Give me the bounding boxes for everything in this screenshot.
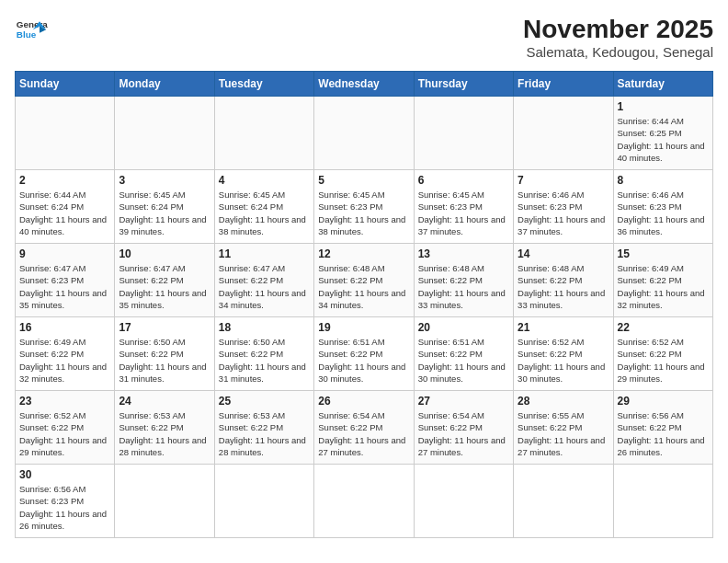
day-info: Sunrise: 6:48 AMSunset: 6:22 PMDaylight:… (418, 262, 509, 311)
day-number: 7 (518, 174, 609, 187)
calendar-cell: 28Sunrise: 6:55 AMSunset: 6:22 PMDayligh… (514, 391, 613, 465)
day-number: 8 (618, 174, 709, 187)
day-number: 9 (19, 247, 110, 260)
calendar-cell: 18Sunrise: 6:50 AMSunset: 6:22 PMDayligh… (214, 317, 313, 391)
day-number: 17 (119, 321, 210, 334)
calendar-cell: 9Sunrise: 6:47 AMSunset: 6:23 PMDaylight… (16, 244, 115, 317)
day-number: 19 (318, 321, 409, 334)
calendar-cell: 29Sunrise: 6:56 AMSunset: 6:22 PMDayligh… (613, 391, 712, 465)
calendar-cell: 16Sunrise: 6:49 AMSunset: 6:22 PMDayligh… (16, 317, 115, 391)
day-info: Sunrise: 6:53 AMSunset: 6:22 PMDaylight:… (219, 409, 310, 458)
day-info: Sunrise: 6:48 AMSunset: 6:22 PMDaylight:… (518, 262, 609, 311)
month-year-title: November 2025 (523, 15, 713, 44)
day-number: 10 (119, 247, 210, 260)
calendar-cell: 13Sunrise: 6:48 AMSunset: 6:22 PMDayligh… (414, 244, 513, 317)
calendar-cell (115, 465, 214, 538)
calendar-cell (613, 465, 712, 538)
header: General Blue November 2025 Salemata, Ked… (15, 15, 713, 60)
weekday-header-friday: Friday (514, 72, 613, 97)
calendar-cell: 3Sunrise: 6:45 AMSunset: 6:24 PMDaylight… (115, 170, 214, 244)
calendar-cell: 27Sunrise: 6:54 AMSunset: 6:22 PMDayligh… (414, 391, 513, 465)
weekday-header-saturday: Saturday (613, 72, 712, 97)
day-info: Sunrise: 6:55 AMSunset: 6:22 PMDaylight:… (518, 409, 609, 458)
title-block: November 2025 Salemata, Kedougou, Senega… (523, 15, 713, 60)
day-info: Sunrise: 6:49 AMSunset: 6:22 PMDaylight:… (19, 336, 110, 385)
day-info: Sunrise: 6:45 AMSunset: 6:23 PMDaylight:… (318, 189, 409, 237)
calendar-week-row: 9Sunrise: 6:47 AMSunset: 6:23 PMDaylight… (16, 244, 713, 317)
day-info: Sunrise: 6:52 AMSunset: 6:22 PMDaylight:… (618, 336, 709, 385)
day-info: Sunrise: 6:45 AMSunset: 6:24 PMDaylight:… (119, 189, 210, 237)
logo-icon: General Blue (15, 15, 48, 48)
calendar-cell: 6Sunrise: 6:45 AMSunset: 6:23 PMDaylight… (414, 170, 513, 244)
calendar-cell: 5Sunrise: 6:45 AMSunset: 6:23 PMDaylight… (314, 170, 414, 244)
day-info: Sunrise: 6:56 AMSunset: 6:22 PMDaylight:… (618, 409, 709, 458)
day-number: 14 (518, 247, 609, 260)
calendar-cell: 2Sunrise: 6:44 AMSunset: 6:24 PMDaylight… (16, 170, 115, 244)
calendar-cell: 17Sunrise: 6:50 AMSunset: 6:22 PMDayligh… (115, 317, 214, 391)
weekday-header-tuesday: Tuesday (214, 72, 313, 97)
weekday-header-thursday: Thursday (414, 72, 513, 97)
day-info: Sunrise: 6:52 AMSunset: 6:22 PMDaylight:… (19, 409, 110, 458)
calendar-week-row: 2Sunrise: 6:44 AMSunset: 6:24 PMDaylight… (16, 170, 713, 244)
day-info: Sunrise: 6:51 AMSunset: 6:22 PMDaylight:… (318, 336, 409, 385)
calendar-cell: 19Sunrise: 6:51 AMSunset: 6:22 PMDayligh… (314, 317, 414, 391)
calendar-cell (314, 465, 414, 538)
calendar-cell (214, 97, 313, 170)
day-info: Sunrise: 6:47 AMSunset: 6:23 PMDaylight:… (19, 262, 110, 311)
calendar-cell (514, 97, 613, 170)
day-number: 18 (219, 321, 310, 334)
calendar-cell: 26Sunrise: 6:54 AMSunset: 6:22 PMDayligh… (314, 391, 414, 465)
day-number: 4 (219, 174, 310, 187)
day-info: Sunrise: 6:44 AMSunset: 6:25 PMDaylight:… (618, 115, 709, 164)
day-info: Sunrise: 6:53 AMSunset: 6:22 PMDaylight:… (119, 409, 210, 458)
calendar-cell: 12Sunrise: 6:48 AMSunset: 6:22 PMDayligh… (314, 244, 414, 317)
day-info: Sunrise: 6:54 AMSunset: 6:22 PMDaylight:… (318, 409, 409, 458)
day-number: 16 (19, 321, 110, 334)
day-number: 21 (518, 321, 609, 334)
day-number: 23 (19, 395, 110, 408)
day-info: Sunrise: 6:44 AMSunset: 6:24 PMDaylight:… (19, 189, 110, 237)
calendar-cell (414, 465, 513, 538)
day-number: 28 (518, 395, 609, 408)
day-info: Sunrise: 6:45 AMSunset: 6:23 PMDaylight:… (418, 189, 509, 237)
calendar-cell: 24Sunrise: 6:53 AMSunset: 6:22 PMDayligh… (115, 391, 214, 465)
weekday-header-wednesday: Wednesday (314, 72, 414, 97)
day-number: 25 (219, 395, 310, 408)
day-number: 26 (318, 395, 409, 408)
day-number: 2 (19, 174, 110, 187)
calendar-cell: 23Sunrise: 6:52 AMSunset: 6:22 PMDayligh… (16, 391, 115, 465)
weekday-header-sunday: Sunday (16, 72, 115, 97)
day-number: 29 (618, 395, 709, 408)
calendar-week-row: 23Sunrise: 6:52 AMSunset: 6:22 PMDayligh… (16, 391, 713, 465)
calendar-cell: 1Sunrise: 6:44 AMSunset: 6:25 PMDaylight… (613, 97, 712, 170)
day-info: Sunrise: 6:49 AMSunset: 6:22 PMDaylight:… (618, 262, 709, 311)
calendar-cell: 22Sunrise: 6:52 AMSunset: 6:22 PMDayligh… (613, 317, 712, 391)
calendar-week-row: 1Sunrise: 6:44 AMSunset: 6:25 PMDaylight… (16, 97, 713, 170)
svg-text:Blue: Blue (17, 29, 37, 40)
calendar-cell: 14Sunrise: 6:48 AMSunset: 6:22 PMDayligh… (514, 244, 613, 317)
calendar-cell (16, 97, 115, 170)
calendar-cell (214, 465, 313, 538)
calendar-week-row: 16Sunrise: 6:49 AMSunset: 6:22 PMDayligh… (16, 317, 713, 391)
calendar-cell: 21Sunrise: 6:52 AMSunset: 6:22 PMDayligh… (514, 317, 613, 391)
calendar-cell: 15Sunrise: 6:49 AMSunset: 6:22 PMDayligh… (613, 244, 712, 317)
day-info: Sunrise: 6:46 AMSunset: 6:23 PMDaylight:… (618, 189, 709, 237)
day-info: Sunrise: 6:54 AMSunset: 6:22 PMDaylight:… (418, 409, 509, 458)
day-number: 5 (318, 174, 409, 187)
day-info: Sunrise: 6:46 AMSunset: 6:23 PMDaylight:… (518, 189, 609, 237)
day-number: 1 (618, 100, 709, 113)
day-number: 3 (119, 174, 210, 187)
day-number: 15 (618, 247, 709, 260)
calendar-cell (314, 97, 414, 170)
day-info: Sunrise: 6:50 AMSunset: 6:22 PMDaylight:… (119, 336, 210, 385)
day-number: 27 (418, 395, 509, 408)
day-number: 13 (418, 247, 509, 260)
day-number: 24 (119, 395, 210, 408)
day-number: 11 (219, 247, 310, 260)
calendar-cell: 20Sunrise: 6:51 AMSunset: 6:22 PMDayligh… (414, 317, 513, 391)
day-number: 12 (318, 247, 409, 260)
location-subtitle: Salemata, Kedougou, Senegal (523, 44, 713, 60)
calendar-cell (414, 97, 513, 170)
calendar-week-row: 30Sunrise: 6:56 AMSunset: 6:23 PMDayligh… (16, 465, 713, 538)
day-info: Sunrise: 6:50 AMSunset: 6:22 PMDaylight:… (219, 336, 310, 385)
